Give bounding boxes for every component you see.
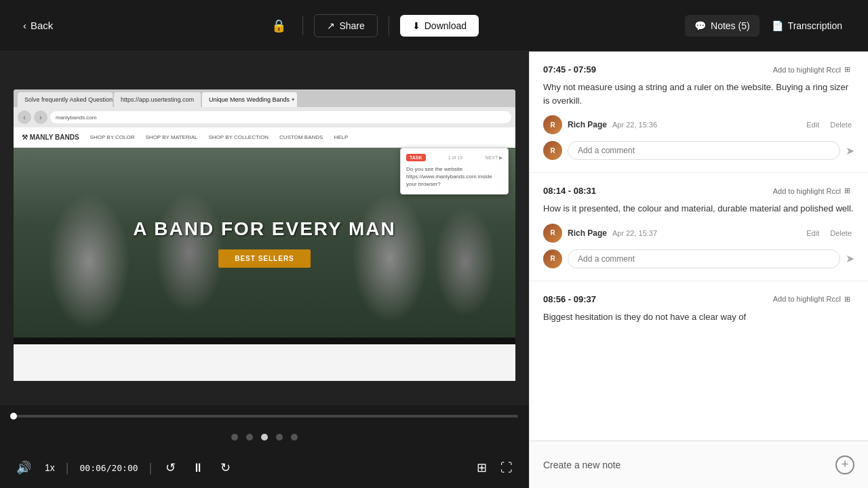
- download-button[interactable]: ⬇ Download: [400, 15, 479, 37]
- highlight-label-3: Add to highlight Rccl: [773, 295, 841, 303]
- create-note-bar[interactable]: Create a new note +: [530, 441, 868, 488]
- note-time-3: 08:56 - 09:37: [543, 294, 596, 304]
- dot-5[interactable]: [291, 434, 298, 441]
- dot-1[interactable]: [231, 434, 238, 441]
- note-author-row-2: R Rich Page Apr 22, 15:37 Edit Delete: [543, 224, 854, 243]
- fullscreen-button[interactable]: ⛶: [498, 458, 515, 478]
- download-icon: ⬇: [412, 20, 420, 31]
- note-text-2: How is it presented, the colour and mate…: [543, 202, 854, 216]
- edit-button-2[interactable]: Edit: [804, 228, 822, 239]
- website-content: ⚒ MANLY BANDS SHOP BY COLOR SHOP BY MATE…: [14, 127, 515, 344]
- slide-dots: [0, 427, 529, 447]
- browser-tab-bar: Solve frequently Asked Questions https:/…: [14, 89, 515, 107]
- note-time-row-1: 07:45 - 07:59 Add to highlight Rccl ⊞: [543, 64, 854, 75]
- notes-icon: 💬: [694, 20, 706, 31]
- note-time-2: 08:14 - 08:31: [543, 186, 596, 196]
- note-time-row-3: 08:56 - 09:37 Add to highlight Rccl ⊞: [543, 293, 854, 305]
- note-actions-2: Edit Delete: [804, 228, 854, 239]
- task-progress: 1 of 19: [448, 155, 462, 160]
- task-text: Do you see the website https://www.manly…: [406, 165, 502, 188]
- comment-send-2[interactable]: ➤: [846, 252, 854, 265]
- browser-tab-2[interactable]: https://app.usertesting.com: [114, 92, 201, 107]
- highlight-button-3[interactable]: Add to highlight Rccl ⊞: [769, 293, 854, 305]
- transcription-tab[interactable]: 📄 Transcription: [762, 15, 852, 37]
- tab-label-2: https://app.usertesting.com: [121, 96, 194, 103]
- nav-link-4[interactable]: CUSTOM BANDS: [279, 134, 323, 140]
- note-date-1: Apr 22, 15:36: [612, 121, 657, 129]
- top-bar: ‹ Back 🔒 ↗ Share ⬇ Download 💬 Notes (5) …: [0, 0, 868, 52]
- browser-tab-3[interactable]: Unique Mens Wedding Bands +: [202, 92, 297, 107]
- browser-back-btn[interactable]: ‹: [18, 110, 31, 124]
- nav-link-2[interactable]: SHOP BY MATERIAL: [146, 134, 198, 140]
- forward-button[interactable]: ↻: [218, 458, 233, 478]
- highlight-button-1[interactable]: Add to highlight Rccl ⊞: [769, 64, 854, 75]
- notes-tab[interactable]: 💬 Notes (5): [685, 15, 760, 37]
- browser-url[interactable]: manlybands.com: [50, 111, 511, 123]
- transcription-icon: 📄: [772, 20, 783, 31]
- note-actions-1: Edit Delete: [804, 119, 854, 130]
- forward-icon: ↻: [220, 460, 231, 475]
- task-popup: TASK 1 of 19 NEXT ▶ Do you see the websi…: [400, 148, 509, 195]
- browser-tab-1[interactable]: Solve frequently Asked Questions: [18, 92, 113, 107]
- hero-cta-button[interactable]: BEST SELLERS: [218, 249, 311, 268]
- pause-icon: ⏸: [192, 461, 204, 475]
- share-button[interactable]: ↗ Share: [314, 14, 377, 37]
- progress-thumb[interactable]: [10, 413, 17, 420]
- highlight-icon-1: ⊞: [844, 65, 850, 74]
- delete-button-2[interactable]: Delete: [827, 228, 854, 239]
- comment-send-1[interactable]: ➤: [846, 144, 854, 157]
- create-note-icon: +: [835, 455, 854, 474]
- time-display: 00:06/20:00: [79, 463, 138, 473]
- progress-track[interactable]: [11, 415, 518, 418]
- share-label: Share: [339, 20, 364, 31]
- note-date-2: Apr 22, 15:37: [612, 229, 657, 237]
- comment-input-1[interactable]: [568, 141, 840, 160]
- highlight-button-2[interactable]: Add to highlight Rccl ⊞: [769, 185, 854, 197]
- video-area[interactable]: Solve frequently Asked Questions https:/…: [0, 52, 529, 405]
- video-controls: 🔊 1x | 00:06/20:00 | ↺ ⏸ ↻ ⊞ ⛶: [0, 447, 529, 488]
- task-popup-header: TASK 1 of 19 NEXT ▶: [406, 154, 502, 161]
- nav-link-1[interactable]: SHOP BY COLOR: [90, 134, 135, 140]
- task-badge: TASK: [406, 154, 426, 161]
- highlight-label-2: Add to highlight Rccl: [773, 187, 841, 195]
- delete-button-1[interactable]: Delete: [827, 119, 854, 130]
- nav-link-3[interactable]: SHOP BY COLLECTION: [208, 134, 269, 140]
- browser-forward-btn[interactable]: ›: [34, 110, 47, 124]
- volume-icon: 🔊: [16, 460, 31, 475]
- video-progress-bar[interactable]: [0, 405, 529, 427]
- note-author-row-1: R Rich Page Apr 22, 15:36 Edit Delete: [543, 115, 854, 134]
- dot-4[interactable]: [276, 434, 283, 441]
- task-next[interactable]: NEXT ▶: [486, 155, 503, 161]
- tab-label-1: Solve frequently Asked Questions: [24, 96, 113, 103]
- browser-window: Solve frequently Asked Questions https:/…: [14, 89, 515, 381]
- comment-row-1: R ➤: [543, 141, 854, 160]
- highlight-label-1: Add to highlight Rccl: [773, 66, 841, 74]
- send-icon-2: ➤: [846, 252, 854, 265]
- download-label: Download: [425, 20, 467, 31]
- note-text-3: Biggest hesitation is they do not have a…: [543, 310, 854, 324]
- back-button[interactable]: ‹ Back: [16, 16, 60, 35]
- grid-view-button[interactable]: ⊞: [474, 458, 490, 478]
- dot-2[interactable]: [246, 434, 253, 441]
- main-content: Solve frequently Asked Questions https:/…: [0, 52, 868, 488]
- url-text: manlybands.com: [56, 115, 96, 121]
- note-time-row-2: 08:14 - 08:31 Add to highlight Rccl ⊞: [543, 185, 854, 197]
- note-text-1: Why not measure using a string and a rul…: [543, 81, 854, 107]
- hero-heading: A BAND FOR EVERY MAN: [133, 218, 395, 240]
- separator: [302, 16, 303, 35]
- top-bar-center: 🔒 ↗ Share ⬇ Download: [60, 14, 685, 37]
- pause-button[interactable]: ⏸: [189, 458, 207, 478]
- video-panel: Solve frequently Asked Questions https:/…: [0, 52, 529, 488]
- tab-label-3: Unique Mens Wedding Bands +: [209, 96, 295, 103]
- total-time: 20:00: [111, 463, 138, 473]
- note-time-1: 07:45 - 07:59: [543, 64, 596, 75]
- rewind-button[interactable]: ↺: [163, 458, 178, 478]
- back-arrow-icon: ‹: [23, 20, 26, 31]
- separator2: [389, 16, 389, 35]
- dot-3[interactable]: [261, 434, 268, 441]
- volume-button[interactable]: 🔊: [14, 458, 34, 478]
- edit-button-1[interactable]: Edit: [804, 119, 822, 130]
- notes-label: Notes (5): [711, 20, 750, 31]
- comment-input-2[interactable]: [568, 249, 840, 268]
- nav-link-5[interactable]: HELP: [334, 134, 348, 140]
